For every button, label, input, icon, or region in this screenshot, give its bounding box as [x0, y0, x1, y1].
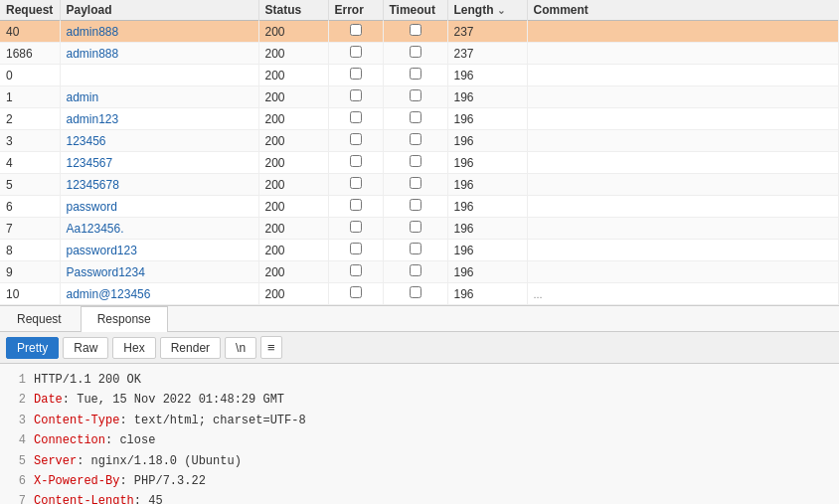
cell-comment: [527, 218, 839, 240]
sort-icon: ⌄: [497, 5, 505, 16]
col-header-error[interactable]: Error: [328, 0, 383, 21]
btn-render[interactable]: Render: [160, 337, 221, 359]
btn-hex[interactable]: Hex: [112, 337, 155, 359]
col-header-request[interactable]: Request: [0, 0, 60, 21]
table-row[interactable]: 9Password1234200196: [0, 261, 839, 283]
response-line: 7Content-Length: 45: [10, 491, 829, 504]
col-header-timeout[interactable]: Timeout: [383, 0, 447, 21]
btn-raw[interactable]: Raw: [63, 337, 108, 359]
cell-comment: [527, 130, 839, 152]
table-row[interactable]: 0200196: [0, 65, 839, 86]
cell-error[interactable]: [328, 130, 383, 152]
cell-status: 200: [258, 152, 328, 174]
results-table: Request Payload Status Error Timeout Len…: [0, 0, 839, 305]
line-content: HTTP/1.1 200 OK: [34, 370, 829, 390]
table-row[interactable]: 6password200196: [0, 196, 839, 218]
tab-response[interactable]: Response: [81, 306, 168, 332]
table-body: 40admin8882002371686admin888200237020019…: [0, 21, 839, 305]
cell-error[interactable]: [328, 21, 383, 43]
table-row[interactable]: 2admin123200196: [0, 108, 839, 130]
col-header-status[interactable]: Status: [258, 0, 328, 21]
line-number: 3: [10, 411, 26, 430]
cell-payload: [60, 65, 258, 86]
cell-comment: [527, 108, 839, 130]
table-row[interactable]: 1admin200196: [0, 86, 839, 108]
cell-payload: 12345678: [60, 174, 258, 196]
cell-request: 10: [0, 283, 60, 305]
cell-error[interactable]: [328, 108, 383, 130]
cell-timeout[interactable]: [383, 65, 447, 86]
cell-timeout[interactable]: [383, 240, 447, 261]
cell-timeout[interactable]: [383, 174, 447, 196]
cell-length: 196: [447, 130, 527, 152]
cell-error[interactable]: [328, 152, 383, 174]
cell-request: 8: [0, 240, 60, 261]
cell-length: 237: [447, 43, 527, 65]
cell-timeout[interactable]: [383, 261, 447, 283]
line-content: X-Powered-By: PHP/7.3.22: [34, 471, 829, 491]
tab-request[interactable]: Request: [0, 306, 79, 331]
table-row[interactable]: 40admin888200237: [0, 21, 839, 43]
cell-timeout[interactable]: [383, 43, 447, 65]
cell-error[interactable]: [328, 283, 383, 305]
cell-status: 200: [258, 218, 328, 240]
cell-comment: [527, 174, 839, 196]
cell-request: 6: [0, 196, 60, 218]
response-line: 3Content-Type: text/html; charset=UTF-8: [10, 411, 829, 430]
table-row[interactable]: 7Aa123456.200196: [0, 218, 839, 240]
cell-payload: admin@123456: [60, 283, 258, 305]
cell-error[interactable]: [328, 218, 383, 240]
cell-comment: [527, 152, 839, 174]
cell-error[interactable]: [328, 43, 383, 65]
table-row[interactable]: 41234567200196: [0, 152, 839, 174]
btn-pretty[interactable]: Pretty: [6, 337, 59, 359]
cell-error[interactable]: [328, 261, 383, 283]
line-number: 7: [10, 491, 26, 504]
cell-error[interactable]: [328, 65, 383, 86]
cell-status: 200: [258, 108, 328, 130]
btn-newline[interactable]: \n: [225, 337, 256, 359]
cell-status: 200: [258, 43, 328, 65]
line-number: 1: [10, 370, 26, 390]
table-row[interactable]: 512345678200196: [0, 174, 839, 196]
line-number: 4: [10, 430, 26, 450]
table-row[interactable]: 10admin@123456200196...: [0, 283, 839, 305]
cell-request: 7: [0, 218, 60, 240]
cell-timeout[interactable]: [383, 108, 447, 130]
table-row[interactable]: 8password123200196: [0, 240, 839, 261]
btn-menu[interactable]: ≡: [260, 336, 282, 359]
cell-error[interactable]: [328, 240, 383, 261]
cell-payload: admin888: [60, 21, 258, 43]
cell-error[interactable]: [328, 174, 383, 196]
cell-error[interactable]: [328, 196, 383, 218]
col-header-payload[interactable]: Payload: [60, 0, 258, 21]
cell-error[interactable]: [328, 86, 383, 108]
cell-payload: admin888: [60, 43, 258, 65]
table-row[interactable]: 3123456200196: [0, 130, 839, 152]
cell-length: 196: [447, 65, 527, 86]
cell-timeout[interactable]: [383, 218, 447, 240]
cell-request: 2: [0, 108, 60, 130]
cell-timeout[interactable]: [383, 86, 447, 108]
cell-comment: [527, 43, 839, 65]
response-line: 1HTTP/1.1 200 OK: [10, 370, 829, 390]
cell-comment: [527, 86, 839, 108]
cell-timeout[interactable]: [383, 130, 447, 152]
line-number: 5: [10, 451, 26, 471]
col-header-comment[interactable]: Comment: [527, 0, 839, 21]
cell-length: 196: [447, 152, 527, 174]
cell-payload: password123: [60, 240, 258, 261]
cell-timeout[interactable]: [383, 283, 447, 305]
tabs-bar: Request Response: [0, 306, 839, 332]
table-row[interactable]: 1686admin888200237: [0, 43, 839, 65]
cell-timeout[interactable]: [383, 152, 447, 174]
col-header-length[interactable]: Length ⌄: [447, 0, 527, 21]
cell-payload: admin: [60, 86, 258, 108]
line-content: Content-Type: text/html; charset=UTF-8: [34, 411, 829, 430]
cell-length: 196: [447, 261, 527, 283]
cell-timeout[interactable]: [383, 196, 447, 218]
cell-comment: [527, 65, 839, 86]
cell-timeout[interactable]: [383, 21, 447, 43]
cell-payload: Password1234: [60, 261, 258, 283]
cell-length: 196: [447, 196, 527, 218]
